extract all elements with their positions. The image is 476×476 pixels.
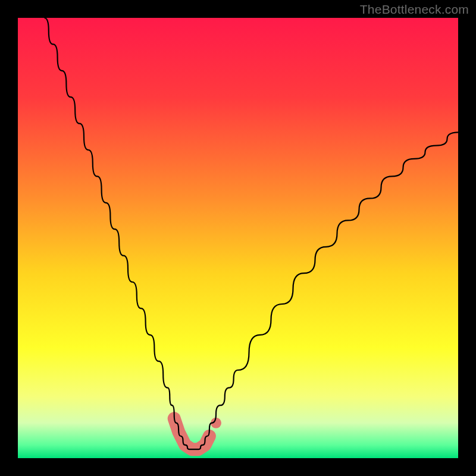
gradient-background bbox=[18, 18, 458, 458]
chart-frame: TheBottleneck.com bbox=[0, 0, 476, 476]
plot-area bbox=[18, 18, 458, 458]
chart-svg bbox=[18, 18, 458, 458]
watermark-text: TheBottleneck.com bbox=[360, 2, 469, 17]
